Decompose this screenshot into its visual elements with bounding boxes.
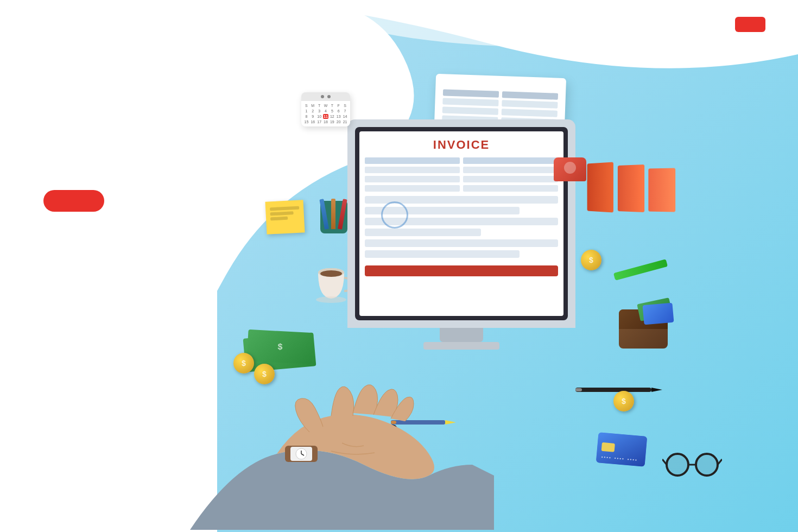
pay-button[interactable]	[365, 265, 558, 276]
navigation	[0, 0, 798, 49]
sticky-notes	[265, 200, 305, 235]
svg-point-15	[668, 455, 687, 474]
binders	[586, 163, 675, 212]
calendar-icon: SMT WTFS 123 4567 8910 11121314 151617 1…	[301, 92, 350, 126]
coin-right: $	[581, 250, 601, 270]
svg-rect-8	[601, 442, 615, 452]
wallet	[619, 309, 668, 349]
svg-point-3	[316, 296, 346, 303]
coin-bottom-right: $	[613, 391, 634, 411]
tape-dispenser	[554, 157, 586, 181]
invoice-paper-title	[444, 83, 559, 86]
get-started-button[interactable]	[735, 17, 765, 32]
svg-point-2	[320, 270, 342, 277]
screen-invoice-title: INVOICE	[365, 138, 558, 152]
marker	[613, 266, 668, 274]
pencil-holder	[320, 201, 347, 233]
svg-point-16	[697, 455, 717, 474]
monitor: INVOICE	[347, 119, 575, 350]
glasses	[662, 451, 722, 479]
coffee-cup	[315, 266, 347, 306]
hand	[190, 356, 494, 532]
credit-card: •••• •••• ••••	[597, 434, 646, 465]
svg-marker-5	[651, 388, 662, 392]
hero-section	[43, 157, 104, 212]
learn-more-button[interactable]	[43, 190, 104, 212]
svg-rect-6	[575, 388, 582, 391]
